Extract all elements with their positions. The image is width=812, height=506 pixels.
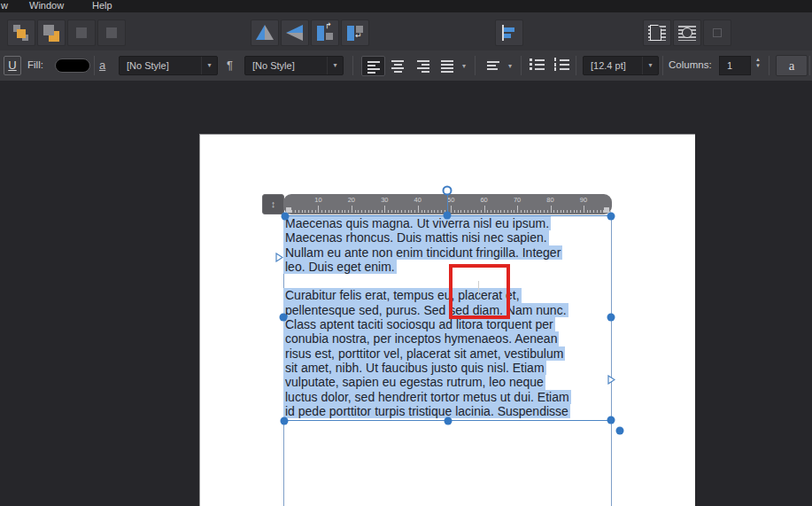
justify-text-button[interactable] (436, 56, 460, 76)
handle-bottom-right[interactable] (607, 416, 615, 424)
flip-vertical-button[interactable] (281, 19, 309, 46)
move-to-back-button (97, 19, 126, 46)
align-center-text-button[interactable] (386, 56, 410, 76)
anchor-icon (713, 28, 722, 37)
text-line[interactable]: conubia nostra, per inceptos hymenaeos. … (283, 331, 613, 346)
wrap-outline-icon (682, 27, 692, 38)
paragraph-mark-icon: ¶ (227, 58, 233, 72)
handle-mid-left[interactable] (280, 314, 288, 322)
chevron-down-icon: ▾ (327, 57, 343, 74)
arrange-back-icon (106, 27, 117, 38)
align-right-text-button[interactable] (411, 56, 435, 76)
text-line[interactable]: luctus dolor, sed hendrerit tortor metus… (283, 390, 613, 404)
rotate-counterclockwise-button[interactable]: ↱ (311, 19, 339, 46)
handle-top-right[interactable] (607, 213, 615, 221)
text-line[interactable]: Class aptent taciti sociosqu ad litora t… (283, 317, 613, 331)
ruler-drag-handle[interactable]: ↕ (262, 194, 284, 214)
columns-input[interactable]: 1 (719, 56, 751, 75)
text-line[interactable]: Nullam eu ante non enim tincidunt fringi… (283, 245, 613, 260)
handle-bottom-center[interactable] (445, 417, 452, 425)
vertical-align-button[interactable] (482, 56, 506, 76)
rotate-clockwise-button[interactable]: ↵ (341, 19, 369, 46)
flip-horizontal-button[interactable] (251, 19, 279, 46)
text-wrap-button[interactable] (643, 19, 671, 46)
move-backward-button (67, 19, 96, 46)
application-window: w Window Help (0, 0, 812, 506)
align-right-icon (416, 60, 429, 72)
columns-stepper[interactable]: ▲ ▼ (753, 57, 763, 74)
wrap-outline-button[interactable] (673, 19, 701, 46)
fill-color-swatch[interactable] (55, 58, 90, 73)
text-lines: Maecenas quis magna. Ut viverra nisl eu … (283, 216, 613, 418)
flip-vertical-icon (285, 24, 305, 42)
menu-window[interactable]: Window (29, 0, 64, 12)
text-line[interactable]: Maecenas rhoncus. Duis mattis nisi nec s… (283, 230, 613, 245)
vertical-align-dropdown[interactable]: ▾ (508, 62, 512, 70)
handle-top-left[interactable] (282, 213, 290, 221)
main-toolbar: ↱ ↵ (0, 12, 812, 51)
text-wrap-icon (650, 25, 661, 41)
align-left-button[interactable] (495, 19, 523, 46)
vertical-resize-icon: ↕ (271, 199, 276, 209)
character-style-icon: a (99, 58, 105, 72)
red-highlight-rectangle (449, 264, 510, 319)
flip-horizontal-icon (255, 24, 275, 42)
chevron-down-icon: ▾ (201, 57, 217, 74)
menu-help[interactable]: Help (92, 0, 112, 12)
bullet-list-button[interactable] (530, 58, 545, 71)
leading-dropdown[interactable]: [12.4 pt] ▾ (583, 56, 659, 75)
columns-label: Columns: (669, 59, 712, 70)
frame-corner-handle[interactable] (616, 427, 624, 435)
move-forward-button[interactable] (37, 19, 66, 46)
underline-button[interactable]: U (4, 56, 21, 75)
context-toolbar: U Fill: a [No Style] ▾ ¶ [No Style] ▾ (0, 51, 812, 81)
text-line[interactable]: sit amet, nibh. Ut faucibus justo quis n… (283, 361, 613, 375)
handle-bottom-left[interactable] (281, 417, 289, 425)
align-left-text-button[interactable] (361, 56, 385, 76)
text-frame-content[interactable]: Maecenas quis magna. Ut viverra nisl eu … (283, 216, 613, 418)
text-line[interactable]: leo. Duis eget enim. (283, 260, 613, 274)
stepper-down-icon[interactable]: ▼ (753, 63, 763, 69)
blank-line (283, 274, 613, 288)
align-left-icon (367, 61, 381, 73)
text-line[interactable]: risus est, porttitor vel, placerat sit a… (283, 346, 613, 361)
chevron-down-icon: ▾ (642, 57, 658, 74)
text-flow-out-icon[interactable] (607, 375, 615, 385)
numbered-list-button[interactable] (554, 58, 570, 71)
document-canvas: Maecenas quis magna. Ut viverra nisl eu … (0, 81, 812, 506)
text-line[interactable]: pellentesque sed, purus. Sed sed diam. N… (283, 303, 613, 317)
text-line[interactable]: vulputate, sapien eu egestas rutrum, leo… (283, 375, 613, 389)
vertical-align-icon (487, 60, 500, 72)
handle-top-center[interactable] (444, 212, 452, 220)
handle-mid-right[interactable] (607, 314, 615, 322)
text-line[interactable]: Curabitur felis erat, tempus eu, placera… (283, 288, 613, 302)
anchor-button (703, 19, 731, 46)
rotate-ccw-icon (317, 26, 324, 41)
menubar: w Window Help (0, 0, 812, 12)
character-style-dropdown[interactable]: [No Style] ▾ (119, 56, 218, 75)
stepper-up-icon[interactable]: ▲ (753, 57, 763, 63)
rotate-cw-icon (347, 26, 354, 41)
justify-options-dropdown[interactable]: ▾ (462, 62, 466, 70)
fill-label: Fill: (27, 59, 43, 70)
typography-button[interactable]: a (776, 55, 808, 76)
align-center-icon (391, 60, 405, 72)
move-to-front-button[interactable] (7, 19, 35, 46)
arrange-backward-icon (76, 27, 87, 38)
rotation-handle[interactable] (443, 186, 452, 196)
paragraph-style-dropdown[interactable]: [No Style] ▾ (244, 56, 344, 75)
justify-icon (441, 60, 454, 72)
menu-view-partial[interactable]: w (1, 0, 8, 12)
text-flow-in-icon[interactable] (275, 253, 283, 262)
